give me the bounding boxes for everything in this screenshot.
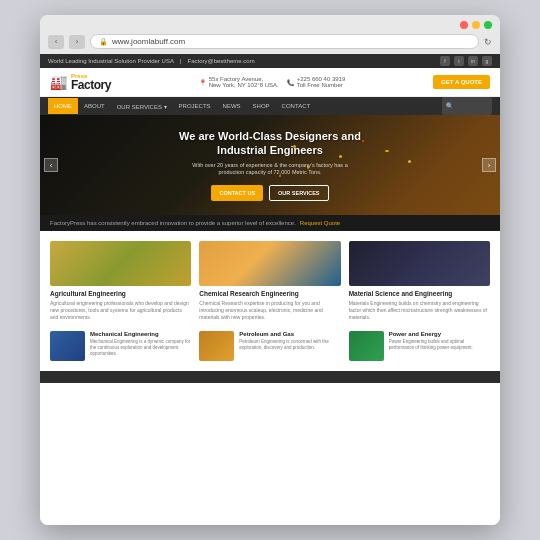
petroleum-title: Petroleum and Gas (239, 331, 340, 337)
location-icon: 📍 (199, 79, 206, 86)
small-service-petroleum: Petroleum and Gas Petroleum Engineering … (199, 331, 340, 361)
back-button[interactable]: ‹ (48, 35, 64, 49)
nav-item-home[interactable]: HOME (48, 98, 78, 114)
material-title: Material Science and Engineering (349, 290, 490, 297)
chemical-image (199, 241, 340, 286)
nav-item-projects[interactable]: PROJECTS (173, 98, 217, 114)
browser-chrome: ‹ › 🔒 www.joomlabuff.com ↻ (40, 15, 500, 54)
reload-button[interactable]: ↻ (484, 37, 492, 47)
mechanical-content: Mechanical Engineering Mechanical Engine… (90, 331, 191, 357)
get-quote-button[interactable]: GET A QUOTE (433, 75, 490, 89)
small-service-mechanical: Mechanical Engineering Mechanical Engine… (50, 331, 191, 361)
close-button[interactable] (460, 21, 468, 29)
hero-prev-button[interactable]: ‹ (44, 158, 58, 172)
innovation-bar: FactoryPress has consistently embraced i… (40, 215, 500, 231)
url-text: www.joomlabuff.com (112, 37, 185, 46)
top-bar-social: f t in g (440, 56, 492, 66)
header-contact: 📍 55x Factory Avenue, New York, NY 102°8… (199, 76, 346, 88)
logo-factory: Factory (71, 79, 111, 91)
mechanical-image (50, 331, 85, 361)
services-section: Agricultural Engineering Agricultural en… (40, 231, 500, 371)
agricultural-image (50, 241, 191, 286)
address-text: 55x Factory Avenue, New York, NY 102°8 U… (209, 76, 279, 88)
petroleum-image (199, 331, 234, 361)
phone-item: 📞 +225 660 40 3919 Toll Free Number (287, 76, 346, 88)
site-logo: 🏭 Press Factory (50, 73, 111, 91)
minimize-button[interactable] (472, 21, 480, 29)
nav-item-about[interactable]: ABOUT (78, 98, 111, 114)
logo-building-icon: 🏭 (50, 74, 67, 90)
contact-us-button[interactable]: CONTACT US (211, 185, 263, 201)
linkedin-icon[interactable]: in (468, 56, 478, 66)
maximize-button[interactable] (484, 21, 492, 29)
browser-window: ‹ › 🔒 www.joomlabuff.com ↻ World Leading… (40, 15, 500, 525)
nav-search-input[interactable] (442, 97, 492, 115)
site-header: 🏭 Press Factory 📍 55x Factory Avenue, Ne… (40, 68, 500, 97)
our-services-button[interactable]: OUR SERVICES (269, 185, 328, 201)
chemical-title: Chemical Research Engineering (199, 290, 340, 297)
nav-item-services[interactable]: OUR SERVICES ▾ (111, 98, 173, 115)
email-text: Factory@besttheme.com (188, 58, 255, 64)
url-bar[interactable]: 🔒 www.joomlabuff.com (90, 34, 479, 49)
material-desc: Materials Engineering builds on chemistr… (349, 300, 490, 321)
agricultural-title: Agricultural Engineering (50, 290, 191, 297)
address-item: 📍 55x Factory Avenue, New York, NY 102°8… (199, 76, 279, 88)
mechanical-title: Mechanical Engineering (90, 331, 191, 337)
phone-icon: 📞 (287, 79, 294, 86)
nav-item-contact[interactable]: CONTACT (276, 98, 317, 114)
main-nav: HOME ABOUT OUR SERVICES ▾ PROJECTS NEWS … (40, 97, 500, 115)
lock-icon: 🔒 (99, 38, 108, 46)
logo-text: Press Factory (71, 73, 111, 91)
hero-subtitle: With over 20 years of experience & the c… (179, 162, 361, 177)
nav-item-news[interactable]: NEWS (217, 98, 247, 114)
twitter-icon[interactable]: t (454, 56, 464, 66)
innovation-text: FactoryPress has consistently embraced i… (50, 220, 296, 226)
footer-bar (40, 371, 500, 383)
traffic-lights (48, 21, 492, 29)
website-content: World Leading Industrial Solution Provid… (40, 54, 500, 525)
hero-section: ‹ We are World-Class Designers andIndust… (40, 115, 500, 215)
facebook-icon[interactable]: f (440, 56, 450, 66)
top-bar: World Leading Industrial Solution Provid… (40, 54, 500, 68)
hero-next-button[interactable]: › (482, 158, 496, 172)
world-leading-text: World Leading Industrial Solution Provid… (48, 58, 174, 64)
power-desc: Power Engineering builds and optimal per… (389, 339, 490, 351)
service-card-chemical: Chemical Research Engineering Chemical R… (199, 241, 340, 321)
power-image (349, 331, 384, 361)
small-service-power: Power and Energy Power Engineering build… (349, 331, 490, 361)
main-services-grid: Agricultural Engineering Agricultural en… (50, 241, 490, 321)
petroleum-content: Petroleum and Gas Petroleum Engineering … (239, 331, 340, 351)
request-quote-link[interactable]: Request Quote (300, 220, 340, 226)
googleplus-icon[interactable]: g (482, 56, 492, 66)
petroleum-desc: Petroleum Engineering is concerned with … (239, 339, 340, 351)
phone-text: +225 660 40 3919 Toll Free Number (297, 76, 346, 88)
hero-title: We are World-Class Designers andIndustri… (179, 129, 361, 158)
hero-buttons: CONTACT US OUR SERVICES (179, 185, 361, 201)
mechanical-desc: Mechanical Engineering is a dynamic comp… (90, 339, 191, 357)
chemical-desc: Chemical Research expertise in producing… (199, 300, 340, 321)
forward-button[interactable]: › (69, 35, 85, 49)
top-bar-left: World Leading Industrial Solution Provid… (48, 58, 255, 64)
nav-item-shop[interactable]: SHOP (247, 98, 276, 114)
power-title: Power and Energy (389, 331, 490, 337)
agricultural-desc: Agricultural engineering professionals w… (50, 300, 191, 321)
material-image (349, 241, 490, 286)
address-line2: New York, NY 102°8 USA. (209, 82, 279, 88)
browser-nav-bar: ‹ › 🔒 www.joomlabuff.com ↻ (48, 34, 492, 49)
service-card-agricultural: Agricultural Engineering Agricultural en… (50, 241, 191, 321)
hero-content: We are World-Class Designers andIndustri… (179, 129, 361, 201)
service-card-material: Material Science and Engineering Materia… (349, 241, 490, 321)
tollfree-label: Toll Free Number (297, 82, 346, 88)
power-content: Power and Energy Power Engineering build… (389, 331, 490, 351)
small-services-grid: Mechanical Engineering Mechanical Engine… (50, 331, 490, 361)
